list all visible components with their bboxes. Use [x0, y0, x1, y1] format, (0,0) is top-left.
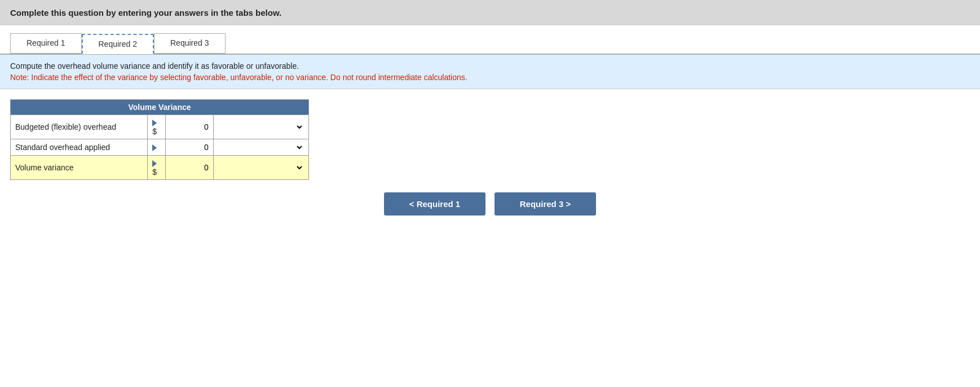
variance-select[interactable]: FavorableUnfavorableNo variance: [218, 142, 304, 152]
arrow-icon: [152, 144, 157, 151]
header-bar: Complete this question by entering your …: [0, 0, 980, 25]
tab-required3[interactable]: Required 3: [154, 33, 226, 54]
tabs-container: Required 1 Required 2 Required 3: [0, 25, 980, 55]
instruction-note: Note: Indicate the effect of the varianc…: [10, 73, 970, 82]
variance-select[interactable]: FavorableUnfavorableNo variance: [218, 162, 304, 173]
row-label: Volume variance: [11, 156, 148, 180]
instruction-main: Compute the overhead volume variance and…: [10, 61, 970, 71]
row-currency: $: [148, 115, 166, 139]
volume-variance-table: Volume Variance Budgeted (flexible) over…: [10, 99, 309, 180]
instruction-box: Compute the overhead volume variance and…: [0, 55, 980, 89]
table-title: Volume Variance: [11, 100, 309, 115]
arrow-icon: [152, 160, 157, 167]
row-dropdown[interactable]: FavorableUnfavorableNo variance: [213, 115, 308, 139]
row-label: Standard overhead applied: [11, 139, 148, 156]
row-value[interactable]: [166, 115, 214, 139]
header-instruction: Complete this question by entering your …: [10, 8, 281, 17]
row-value[interactable]: [166, 156, 214, 180]
row-dropdown[interactable]: FavorableUnfavorableNo variance: [213, 156, 308, 180]
tab-required2[interactable]: Required 2: [82, 34, 154, 54]
value-input[interactable]: [170, 122, 209, 131]
variance-select[interactable]: FavorableUnfavorableNo variance: [218, 122, 304, 132]
row-label: Budgeted (flexible) overhead: [11, 115, 148, 139]
next-button[interactable]: Required 3 >: [495, 192, 596, 216]
prev-button[interactable]: < Required 1: [384, 192, 485, 216]
tab-required1[interactable]: Required 1: [10, 33, 82, 54]
arrow-icon: [152, 120, 157, 126]
row-value[interactable]: [166, 139, 214, 156]
buttons-row: < Required 1 Required 3 >: [10, 192, 970, 216]
content-area: Volume Variance Budgeted (flexible) over…: [0, 89, 980, 226]
table-wrapper: Volume Variance Budgeted (flexible) over…: [10, 99, 309, 180]
row-dropdown[interactable]: FavorableUnfavorableNo variance: [213, 139, 308, 156]
row-currency: $: [148, 156, 166, 180]
row-currency: [148, 139, 166, 156]
value-input[interactable]: [170, 143, 209, 152]
value-input[interactable]: [170, 163, 209, 172]
